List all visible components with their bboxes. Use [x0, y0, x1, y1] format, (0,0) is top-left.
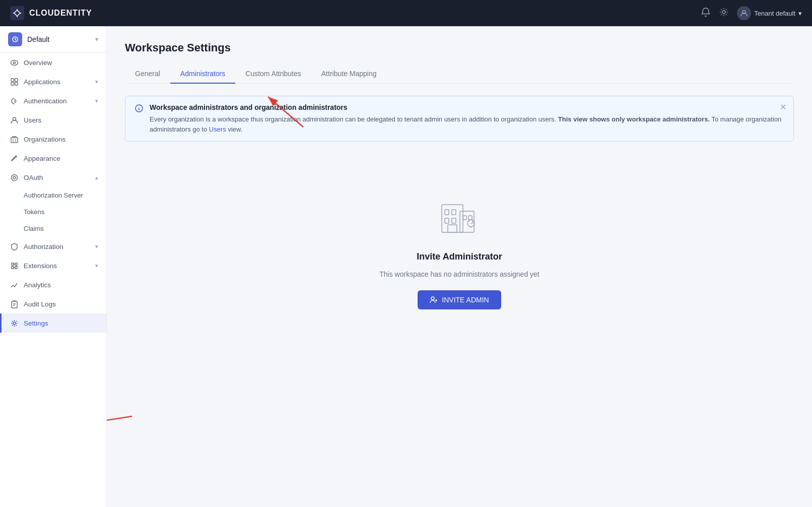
chevron-down-icon-ext: ▾: [95, 263, 98, 269]
sidebar-item-label-oauth: OAuth: [24, 174, 90, 181]
sidebar-item-analytics[interactable]: Analytics: [0, 275, 106, 294]
sidebar-item-applications[interactable]: Applications ▾: [0, 72, 106, 91]
svg-rect-21: [452, 218, 456, 223]
sidebar-item-authorization[interactable]: Authorization ▾: [0, 237, 106, 256]
svg-rect-6: [11, 79, 14, 82]
banner-users-link[interactable]: Users: [209, 125, 226, 133]
banner-title: Workspace administrators and organizatio…: [150, 103, 784, 111]
workspace-chevron-icon: ▾: [95, 36, 98, 43]
sidebar-item-label-authentication: Authentication: [24, 97, 90, 105]
svg-rect-19: [452, 210, 456, 215]
sidebar-item-oauth[interactable]: OAuth ▴: [0, 168, 106, 187]
topbar: CLOUDENTITY Tenant default ▾: [0, 0, 812, 26]
sidebar-subitem-tokens[interactable]: Tokens: [0, 204, 106, 220]
sidebar-subitem-label-authorization-server: Authorization Server: [24, 192, 83, 199]
topbar-right: Tenant default ▾: [701, 6, 802, 20]
sidebar-subitem-label-claims: Claims: [24, 225, 44, 232]
workspace-name: Default: [27, 35, 90, 43]
workspace-selector[interactable]: Default ▾: [0, 26, 106, 53]
sidebar-item-audit-logs[interactable]: Audit Logs: [0, 294, 106, 313]
svg-rect-25: [468, 216, 472, 220]
layout: Default ▾ Overview Applications ▾ Authen…: [0, 26, 812, 507]
workspace-icon: [8, 32, 22, 46]
svg-rect-11: [11, 138, 18, 143]
invite-admin-button[interactable]: INVITE ADMIN: [418, 290, 501, 309]
tab-administrators[interactable]: Administrators: [170, 65, 235, 84]
add-person-icon: [430, 296, 438, 304]
banner-text-end: view.: [228, 125, 242, 133]
logo-icon: [10, 6, 24, 20]
svg-point-4: [11, 60, 18, 65]
sidebar-item-extensions[interactable]: Extensions ▾: [0, 256, 106, 275]
svg-point-1: [722, 11, 725, 14]
sidebar-subitem-label-tokens: Tokens: [24, 208, 44, 216]
chevron-up-icon-oauth: ▴: [95, 174, 98, 181]
sidebar-item-organizations[interactable]: Organizations: [0, 130, 106, 149]
page-title: Workspace Settings: [125, 41, 794, 54]
banner-text-before: Every organization is a workspace thus o…: [150, 115, 556, 123]
pen-icon: [10, 154, 19, 163]
topbar-left: CLOUDENTITY: [10, 6, 92, 20]
main-content: Workspace Settings General Administrator…: [107, 26, 812, 507]
sidebar-item-label-appearance: Appearance: [24, 155, 98, 162]
sidebar-item-appearance[interactable]: Appearance: [0, 149, 106, 168]
sidebar-item-label-analytics: Analytics: [24, 281, 98, 289]
sidebar-item-users[interactable]: Users: [0, 110, 106, 130]
sidebar-item-label-authorization: Authorization: [24, 243, 90, 250]
chevron-down-icon-auth2: ▾: [95, 243, 98, 250]
sidebar-item-settings[interactable]: Settings: [0, 313, 106, 333]
sidebar-item-overview[interactable]: Overview: [0, 53, 106, 72]
sidebar: Default ▾ Overview Applications ▾ Authen…: [0, 26, 107, 507]
user-icon: [10, 115, 19, 124]
svg-point-28: [431, 297, 434, 300]
tenant-chevron-icon: ▾: [798, 10, 802, 17]
sidebar-item-label-settings: Settings: [24, 320, 98, 327]
gear-icon[interactable]: [719, 7, 729, 20]
svg-point-27: [470, 227, 471, 228]
svg-rect-20: [445, 218, 449, 223]
tenant-avatar: [737, 6, 751, 20]
tab-attribute-mapping[interactable]: Attribute Mapping: [311, 65, 387, 84]
extensions-icon: [10, 261, 19, 270]
banner-text: Every organization is a workspace thus o…: [150, 114, 784, 134]
building-icon: [10, 135, 19, 144]
shield-icon: [10, 242, 19, 251]
eye-icon: [10, 58, 19, 67]
svg-rect-0: [10, 6, 24, 20]
grid-icon: [10, 77, 19, 86]
sidebar-subitem-claims[interactable]: Claims: [0, 220, 106, 237]
arrow-annotation-settings: [107, 401, 142, 441]
sidebar-item-label-extensions: Extensions: [24, 262, 90, 270]
svg-rect-8: [11, 82, 14, 85]
app-name: CLOUDENTITY: [29, 9, 92, 18]
fingerprint-icon: [10, 96, 19, 105]
settings-gear-icon: [10, 319, 19, 328]
invite-admin-button-label: INVITE ADMIN: [442, 296, 489, 304]
tab-general[interactable]: General: [125, 65, 170, 84]
oauth-icon: [10, 173, 19, 182]
tenant-selector[interactable]: Tenant default ▾: [737, 6, 802, 20]
sidebar-subitem-authorization-server[interactable]: Authorization Server: [0, 187, 106, 204]
banner-close-button[interactable]: ✕: [780, 102, 786, 112]
svg-rect-14: [12, 301, 17, 308]
svg-point-13: [13, 176, 16, 179]
svg-rect-7: [15, 79, 18, 82]
empty-state-description: This workspace has no administrators ass…: [379, 270, 539, 278]
banner-bold-text: This view shows only workspace administr…: [558, 115, 710, 123]
banner-content: Workspace administrators and organizatio…: [150, 103, 784, 134]
chevron-down-icon-auth: ▾: [95, 98, 98, 104]
tab-custom-attributes[interactable]: Custom Attributes: [235, 65, 311, 84]
svg-rect-9: [15, 82, 18, 85]
svg-rect-22: [448, 225, 457, 232]
chevron-down-icon: ▾: [95, 79, 98, 85]
app-logo: CLOUDENTITY: [10, 6, 92, 20]
chart-icon: [10, 280, 19, 289]
sidebar-item-label-organizations: Organizations: [24, 136, 98, 143]
svg-point-12: [11, 174, 17, 180]
svg-point-15: [13, 322, 16, 325]
sidebar-item-authentication[interactable]: Authentication ▾: [0, 91, 106, 110]
tabs-container: General Administrators Custom Attributes…: [125, 65, 794, 84]
sidebar-item-label-overview: Overview: [24, 59, 98, 67]
svg-point-5: [13, 61, 15, 64]
notification-icon[interactable]: [701, 7, 711, 20]
